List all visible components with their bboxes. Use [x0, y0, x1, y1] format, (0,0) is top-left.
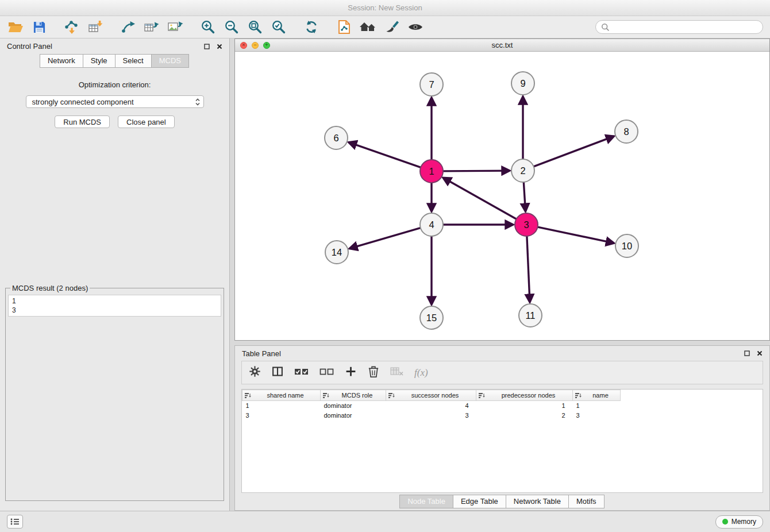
zoom-out-button[interactable]	[223, 18, 240, 36]
memory-button[interactable]: Memory	[715, 515, 763, 529]
zoom-in-icon	[201, 20, 215, 34]
edge-3-1[interactable]	[443, 178, 517, 219]
column-header-successor-nodes[interactable]: successor nodes	[386, 390, 476, 401]
plus-icon	[345, 365, 357, 377]
delete-column-button[interactable]	[367, 365, 380, 380]
apply-style-button[interactable]	[383, 18, 401, 36]
cell-mcds-role[interactable]: dominator	[321, 411, 386, 421]
tab-network[interactable]: Network	[40, 54, 83, 68]
graph-node-15[interactable]: 15	[420, 306, 443, 329]
graph-node-2[interactable]: 2	[511, 159, 534, 182]
tab-network-table[interactable]: Network Table	[506, 495, 569, 508]
table-settings-button[interactable]	[249, 365, 261, 380]
edge-4-14[interactable]	[349, 228, 421, 249]
graph-node-3[interactable]: 3	[515, 213, 538, 236]
float-table-panel-button[interactable]	[744, 350, 750, 356]
import-table-button[interactable]	[87, 18, 104, 36]
export-image-button[interactable]	[167, 18, 184, 36]
network-window-titlebar[interactable]: × − + scc.txt	[235, 39, 769, 52]
column-header-name[interactable]: name	[573, 390, 621, 401]
edge-1-6[interactable]	[349, 142, 421, 168]
tab-edge-table[interactable]: Edge Table	[453, 495, 506, 508]
cell-successor-nodes[interactable]: 4	[386, 401, 476, 411]
graph-node-1[interactable]: 1	[420, 160, 443, 183]
cell-name[interactable]: 1	[573, 401, 621, 411]
tab-select[interactable]: Select	[115, 54, 152, 68]
task-history-button[interactable]	[7, 515, 23, 529]
optimization-criterion-select[interactable]: strongly connected component	[26, 95, 204, 108]
add-column-button[interactable]	[345, 365, 357, 380]
tab-motifs[interactable]: Motifs	[568, 495, 605, 508]
import-network-icon	[64, 20, 79, 34]
split-column-button[interactable]	[271, 365, 284, 380]
copy-network-button[interactable]	[336, 18, 353, 36]
graph-node-8[interactable]: 8	[615, 120, 638, 143]
new-network-button[interactable]	[120, 18, 137, 36]
cell-shared-name[interactable]: 1	[242, 401, 321, 411]
edge-3-10[interactable]	[538, 227, 614, 243]
network-view-window: × − + scc.txt 7968124314101511	[234, 38, 770, 341]
float-panel-button[interactable]	[204, 44, 210, 49]
close-panel-action-button[interactable]: Close panel	[118, 115, 175, 128]
mcds-result-title: MCDS result (2 nodes)	[10, 284, 90, 292]
cell-predecessor-nodes[interactable]: 2	[476, 411, 573, 421]
window-titlebar[interactable]: Session: New Session	[0, 0, 770, 16]
table-toolbar: f(x)	[241, 361, 763, 384]
cell-predecessor-nodes[interactable]: 1	[476, 401, 573, 411]
graph-node-4[interactable]: 4	[420, 213, 443, 236]
search-input[interactable]	[613, 22, 757, 32]
edge-2-3[interactable]	[523, 182, 525, 211]
cell-successor-nodes[interactable]: 3	[386, 411, 476, 421]
houses-icon	[359, 20, 377, 34]
table-row[interactable]: 3 dominator 3 2 3	[242, 411, 621, 421]
control-panel-tabs: Network Style Select MCDS	[0, 54, 229, 68]
cell-shared-name[interactable]: 3	[242, 411, 321, 421]
checked-boxes-icon	[294, 367, 309, 377]
graph-node-7[interactable]: 7	[420, 73, 443, 96]
show-hide-button[interactable]	[407, 18, 424, 36]
control-panel-header: Control Panel	[0, 38, 229, 54]
graph-node-10[interactable]: 10	[615, 234, 638, 257]
minimize-window-icon[interactable]: −	[252, 42, 259, 49]
new-network-icon	[121, 20, 136, 34]
apply-layout-button[interactable]	[303, 18, 320, 36]
zoom-window-icon[interactable]: +	[263, 42, 270, 49]
column-header-predecessor-nodes[interactable]: predecessor nodes	[476, 390, 573, 401]
run-mcds-button[interactable]: Run MCDS	[55, 115, 110, 128]
deselect-all-button[interactable]	[319, 367, 334, 379]
column-header-shared-name[interactable]: shared name	[242, 390, 321, 401]
tab-style[interactable]: Style	[83, 54, 116, 68]
edge-1-2[interactable]	[443, 171, 510, 171]
graph-node-9[interactable]: 9	[511, 72, 534, 95]
function-builder-button[interactable]: f(x)	[414, 367, 428, 379]
zoom-selected-button[interactable]	[270, 18, 287, 36]
svg-text:11: 11	[525, 310, 535, 321]
cell-mcds-role[interactable]: dominator	[321, 401, 386, 411]
float-window-icon	[744, 350, 750, 356]
column-label: predecessor nodes	[502, 392, 556, 399]
import-network-button[interactable]	[63, 18, 80, 36]
edge-2-8[interactable]	[534, 136, 614, 167]
close-panel-button[interactable]	[217, 44, 222, 49]
select-all-button[interactable]	[294, 367, 309, 379]
column-header-mcds-role[interactable]: MCDS role	[321, 390, 386, 401]
open-session-button[interactable]	[7, 18, 24, 36]
graph-node-11[interactable]: 11	[519, 304, 542, 327]
zoom-fit-button[interactable]	[247, 18, 264, 36]
save-session-button[interactable]	[30, 18, 48, 36]
close-window-icon[interactable]: ×	[240, 42, 247, 49]
clone-network-button[interactable]	[143, 18, 160, 36]
tab-mcds[interactable]: MCDS	[151, 54, 189, 68]
table-row[interactable]: 1 dominator 4 1 1	[242, 401, 621, 411]
edge-3-11[interactable]	[527, 236, 530, 302]
graph-node-6[interactable]: 6	[325, 126, 348, 149]
export-image-icon	[167, 20, 183, 34]
first-neighbors-button[interactable]	[359, 18, 377, 36]
cell-name[interactable]: 3	[573, 411, 621, 421]
zoom-in-button[interactable]	[199, 18, 217, 36]
graph-node-14[interactable]: 14	[325, 241, 348, 264]
close-table-panel-button[interactable]	[757, 350, 763, 356]
tab-node-table[interactable]: Node Table	[399, 495, 453, 508]
network-canvas[interactable]: 7968124314101511	[235, 52, 769, 340]
column-label: MCDS role	[342, 392, 373, 399]
